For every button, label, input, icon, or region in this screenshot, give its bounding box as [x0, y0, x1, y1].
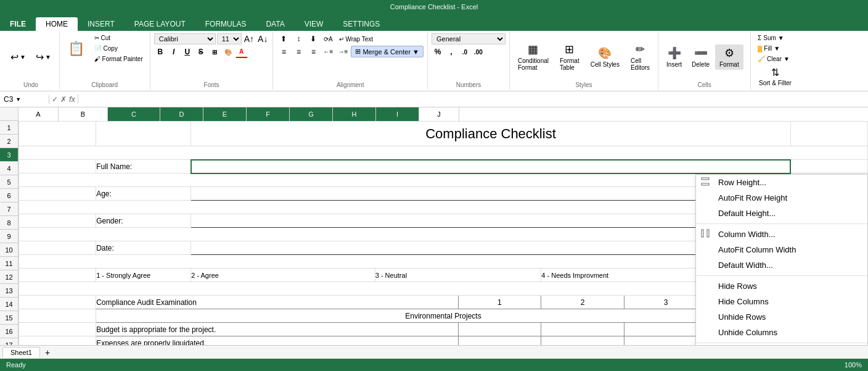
undo-button[interactable]: ↩ ▼ [6, 49, 30, 65]
format-button[interactable]: ⚙ Format [715, 44, 743, 70]
tab-view[interactable]: VIEW [295, 17, 334, 31]
cell-e11[interactable]: 3 - Neutral [375, 269, 541, 282]
col-header-g[interactable]: G [290, 107, 333, 121]
increase-indent-button[interactable]: →≡ [336, 46, 350, 57]
row-header-13[interactable]: 13 [0, 284, 18, 298]
cell-a14[interactable] [19, 309, 96, 323]
clear-button[interactable]: 🧹 Clear ▼ [755, 54, 793, 64]
formula-cancel-icon[interactable]: ✗ [60, 95, 67, 104]
formula-checkmark-icon[interactable]: ✓ [52, 95, 58, 104]
row-header-16[interactable]: 16 [0, 325, 18, 338]
row-header-5[interactable]: 5 [0, 175, 18, 189]
cell-g16[interactable] [541, 336, 624, 346]
col-header-j[interactable]: J [419, 107, 459, 121]
row-header-12[interactable]: 12 [0, 270, 18, 284]
font-name-select[interactable]: Calibri [154, 33, 216, 44]
row-header-10[interactable]: 10 [0, 243, 18, 257]
bold-button[interactable]: B [154, 46, 166, 58]
format-table-button[interactable]: ⊞ FormatTable [555, 41, 584, 73]
row-header-1[interactable]: 1 [0, 121, 18, 135]
row2[interactable] [19, 146, 868, 160]
percent-button[interactable]: % [432, 46, 444, 58]
cell-b15[interactable]: Budget is appropriate for the project. [96, 323, 458, 336]
dropdown-hide-rows[interactable]: Hide Rows [696, 278, 867, 294]
row-header-15[interactable]: 15 [0, 311, 18, 325]
col-header-i[interactable]: I [376, 107, 419, 121]
insert-button[interactable]: ➕ Insert [662, 44, 686, 70]
row-header-4[interactable]: 4 [0, 162, 18, 175]
format-painter-button[interactable]: 🖌 Format Painter [91, 54, 146, 64]
cell-a3[interactable] [19, 160, 96, 173]
decrease-indent-button[interactable]: ←≡ [321, 46, 335, 57]
col-header-h[interactable]: H [333, 107, 376, 121]
undo-dropdown-icon[interactable]: ▼ [20, 54, 26, 60]
cell-c3-input[interactable] [191, 160, 791, 173]
font-size-select[interactable]: 11 [217, 33, 242, 44]
cell-f13-1[interactable]: 1 [458, 296, 541, 309]
sheet-tab-1[interactable]: Sheet1 [2, 347, 40, 357]
cell-j1[interactable] [790, 122, 867, 146]
redo-dropdown-icon[interactable]: ▼ [45, 54, 51, 60]
cell-b5-age[interactable]: Age: [96, 187, 191, 201]
align-center-button[interactable]: ≡ [292, 46, 305, 57]
cell-j3[interactable] [790, 160, 867, 173]
cell-b14-subheader[interactable]: Environmental Projects [96, 309, 791, 323]
cell-styles-button[interactable]: 🎨 Cell Styles [586, 44, 624, 70]
sum-dropdown[interactable]: ▼ [778, 35, 784, 41]
cell-c11[interactable]: 2 - Agree [191, 269, 375, 282]
tab-page-layout[interactable]: PAGE LAYOUT [125, 17, 195, 31]
cut-button[interactable]: ✂ Cut [91, 33, 146, 43]
cell-a15[interactable] [19, 323, 96, 336]
cell-a11[interactable] [19, 269, 96, 282]
row-header-3[interactable]: 3 [0, 148, 18, 162]
copy-button[interactable]: 📄 Copy [91, 44, 146, 53]
sum-button[interactable]: Σ Sum ▼ [755, 33, 787, 43]
decrease-decimal-button[interactable]: .0 [459, 46, 471, 58]
dropdown-unhide-cols[interactable]: Unhide Columns [696, 325, 867, 340]
merge-dropdown-icon[interactable]: ▼ [412, 48, 419, 56]
align-middle-button[interactable]: ↕ [292, 33, 305, 44]
wrap-text-button[interactable]: ↵ Wrap Text [336, 35, 376, 44]
cell-g15[interactable] [541, 323, 624, 336]
cell-c1-merged[interactable]: Compliance Checklist [191, 122, 791, 146]
cell-b9-date[interactable]: Date: [96, 241, 191, 255]
italic-button[interactable]: I [168, 46, 180, 58]
add-sheet-button[interactable]: + [41, 346, 54, 359]
row-header-2[interactable]: 2 [0, 135, 18, 148]
cell-b16[interactable]: Expenses are properly liquidated. [96, 336, 458, 346]
clear-dropdown[interactable]: ▼ [784, 56, 790, 62]
row-header-7[interactable]: 7 [0, 202, 18, 216]
cell-ref-dropdown-icon[interactable]: ▼ [15, 96, 21, 102]
merge-center-button[interactable]: ⊞ Merge & Center ▼ [351, 46, 424, 57]
fill-color-button[interactable]: 🎨 [222, 46, 234, 58]
col-header-c[interactable]: C [108, 107, 160, 121]
redo-button[interactable]: ↪ ▼ [31, 49, 55, 65]
decrease-font-icon[interactable]: A↓ [256, 34, 269, 44]
row-header-11[interactable]: 11 [0, 257, 18, 270]
tab-home[interactable]: HOME [36, 17, 78, 31]
row-header-6[interactable]: 6 [0, 189, 18, 202]
delete-button[interactable]: ➖ Delete [687, 44, 714, 70]
col-header-a[interactable]: A [18, 107, 59, 121]
formula-fx-icon[interactable]: fx [69, 94, 75, 104]
increase-decimal-button[interactable]: .00 [472, 46, 485, 58]
borders-button[interactable]: ⊞ [208, 46, 221, 58]
col-header-d[interactable]: D [160, 107, 203, 121]
dropdown-autofit-row[interactable]: AutoFit Row Height [696, 190, 867, 206]
sort-filter-button[interactable]: ⇅ Sort & Filter [755, 65, 796, 88]
cell-editors-button[interactable]: ✏ CellEditors [626, 41, 654, 73]
row-header-17[interactable]: 17 [0, 338, 18, 345]
dropdown-default-height[interactable]: Default Height... [696, 206, 867, 221]
cell-b3-fullname[interactable]: Full Name: [96, 160, 191, 173]
align-top-button[interactable]: ⬆ [277, 33, 290, 44]
comma-button[interactable]: , [445, 46, 457, 58]
cell-f16[interactable] [458, 336, 541, 346]
number-format-select[interactable]: General [432, 33, 506, 44]
fill-dropdown[interactable]: ▼ [774, 45, 780, 52]
fill-button[interactable]: ▓ Fill ▼ [755, 44, 783, 53]
strikethrough-button[interactable]: S [195, 46, 207, 58]
align-bottom-button[interactable]: ⬇ [306, 33, 320, 44]
cell-b1[interactable] [96, 122, 191, 146]
tab-formulas[interactable]: FORMULAS [195, 17, 256, 31]
dropdown-row-height[interactable]: Row Height... [696, 175, 867, 190]
